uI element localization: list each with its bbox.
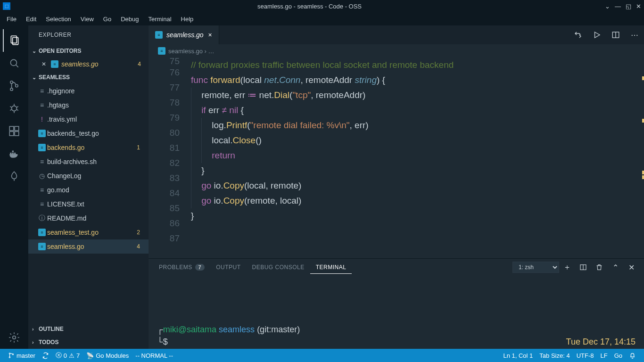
trash-icon[interactable]: [591, 263, 607, 271]
activity-bar: [0, 25, 28, 349]
file-name: LICENSE.txt: [47, 200, 149, 208]
docker-icon[interactable]: [3, 142, 25, 165]
file-icon: ≡: [37, 186, 47, 194]
svg-line-9: [10, 107, 11, 107]
menu-help[interactable]: Help: [176, 16, 198, 23]
chevron-down-icon[interactable]: ⌄: [605, 3, 610, 10]
go-file-icon: ≡: [38, 144, 46, 151]
svg-point-6: [16, 84, 18, 87]
bell-icon[interactable]: [626, 352, 639, 359]
terminal[interactable]: ┌miki@saitama seamless (git:master) └$ T…: [149, 276, 644, 349]
project-section[interactable]: ⌄SEAMLESS: [28, 71, 149, 84]
svg-line-11: [10, 109, 11, 110]
minimize-icon[interactable]: —: [615, 3, 621, 10]
split-icon[interactable]: [606, 25, 625, 44]
breadcrumb[interactable]: ≡ seamless.go › …: [149, 44, 644, 58]
extensions-icon[interactable]: [3, 120, 25, 142]
file-item[interactable]: ≡seamless_test.go2: [28, 225, 149, 239]
search-icon[interactable]: [3, 52, 25, 74]
file-name: .travis.yml: [47, 115, 149, 123]
outline-section[interactable]: ›OUTLINE: [28, 322, 149, 336]
terminal-select[interactable]: 1: zsh: [512, 262, 559, 273]
file-item[interactable]: ≡backends_test.go: [28, 126, 149, 140]
status-sync-icon[interactable]: [39, 352, 52, 359]
menu-go[interactable]: Go: [99, 16, 116, 23]
status-problems[interactable]: ⓧ0 ⚠7: [52, 351, 83, 360]
file-item[interactable]: ≡.hgignore: [28, 84, 149, 98]
close-icon[interactable]: ✕: [636, 3, 641, 10]
file-item[interactable]: ≡seamless.go4: [28, 239, 149, 254]
file-icon: ◷: [37, 172, 47, 180]
status-position[interactable]: Ln 1, Col 1: [500, 352, 536, 359]
svg-rect-20: [14, 153, 16, 154]
panel-tab-problems[interactable]: PROBLEMS 7: [153, 264, 210, 271]
file-item[interactable]: ⓘREADME.md: [28, 211, 149, 225]
code-content[interactable]: // forward proxies traffic between local…: [191, 58, 636, 258]
file-name: ChangeLog: [47, 172, 149, 180]
chevron-right-icon: ›: [32, 339, 39, 345]
explorer-icon[interactable]: [3, 29, 25, 52]
status-branch[interactable]: master: [5, 352, 39, 359]
chevron-up-icon[interactable]: ⌃: [607, 263, 623, 272]
file-name: .hgtags: [47, 101, 149, 109]
file-name: backends_test.go: [47, 130, 149, 137]
play-icon[interactable]: [587, 25, 606, 44]
source-control-icon[interactable]: [3, 74, 25, 97]
file-item[interactable]: ≡go.mod: [28, 183, 149, 197]
close-icon[interactable]: ✕: [41, 61, 51, 67]
file-item[interactable]: !.travis.yml: [28, 112, 149, 126]
status-lang[interactable]: Go: [611, 352, 626, 359]
chevron-right-icon: ›: [32, 326, 39, 332]
menu-view[interactable]: View: [76, 16, 99, 23]
new-terminal-icon[interactable]: ＋: [559, 263, 575, 272]
gear-icon[interactable]: [3, 326, 25, 349]
close-icon[interactable]: ×: [208, 31, 212, 39]
svg-point-7: [12, 106, 17, 111]
code-editor[interactable]: 75767778798081828384858687 // forward pr…: [149, 58, 644, 258]
status-modules[interactable]: 📡 Go Modules: [83, 352, 132, 359]
go-file-icon: ≡: [155, 31, 163, 39]
panel-tab-terminal[interactable]: TERMINAL: [310, 264, 352, 274]
open-editors-section[interactable]: ⌄OPEN EDITORS: [28, 44, 149, 58]
menu-edit[interactable]: Edit: [21, 16, 41, 23]
status-tabsize[interactable]: Tab Size: 4: [536, 352, 573, 359]
svg-point-2: [10, 59, 17, 66]
svg-point-4: [10, 81, 13, 83]
close-panel-icon[interactable]: ✕: [623, 263, 639, 272]
menu-terminal[interactable]: Terminal: [143, 16, 176, 23]
file-badge: 4: [137, 243, 140, 250]
panel-tab-output[interactable]: OUTPUT: [210, 264, 246, 271]
svg-rect-16: [15, 132, 19, 136]
status-encoding[interactable]: UTF-8: [573, 352, 597, 359]
chevron-down-icon: ⌄: [32, 74, 39, 81]
svg-rect-18: [10, 153, 11, 154]
status-eol[interactable]: LF: [597, 352, 611, 359]
file-item[interactable]: ≡LICENSE.txt: [28, 197, 149, 211]
file-item[interactable]: ≡build-archives.sh: [28, 155, 149, 169]
file-name: seamless_test.go: [47, 229, 137, 236]
more-icon[interactable]: ⋯: [625, 25, 644, 44]
file-tree: ≡.hgignore≡.hgtags!.travis.yml≡backends_…: [28, 84, 149, 322]
menu-debug[interactable]: Debug: [116, 16, 143, 23]
panel: PROBLEMS 7 OUTPUT DEBUG CONSOLE TERMINAL…: [149, 258, 644, 349]
compare-icon[interactable]: [569, 25, 587, 44]
file-item[interactable]: ◷ChangeLog: [28, 169, 149, 183]
maximize-icon[interactable]: ◱: [626, 3, 631, 10]
minimap[interactable]: [636, 58, 644, 258]
file-item[interactable]: ≡backends.go1: [28, 140, 149, 155]
svg-marker-23: [595, 32, 600, 38]
menu-file[interactable]: File: [2, 16, 21, 23]
editor-tab[interactable]: ≡ seamless.go ×: [149, 25, 219, 44]
svg-rect-21: [12, 151, 14, 152]
file-icon: ≡: [37, 87, 47, 95]
tree-icon[interactable]: [3, 165, 25, 188]
debug-icon[interactable]: [3, 97, 25, 120]
file-name: go.mod: [47, 186, 149, 194]
file-item[interactable]: ≡.hgtags: [28, 98, 149, 112]
panel-tab-debug[interactable]: DEBUG CONSOLE: [247, 264, 310, 271]
menu-selection[interactable]: Selection: [41, 16, 75, 23]
editor-group: ≡ seamless.go × ⋯ ≡ seamless.go › … 7576…: [149, 25, 644, 349]
open-editor-item[interactable]: ✕ ≡ seamless.go 4: [28, 58, 149, 71]
todos-section[interactable]: ›TODOS: [28, 336, 149, 349]
split-terminal-icon[interactable]: [575, 263, 591, 271]
